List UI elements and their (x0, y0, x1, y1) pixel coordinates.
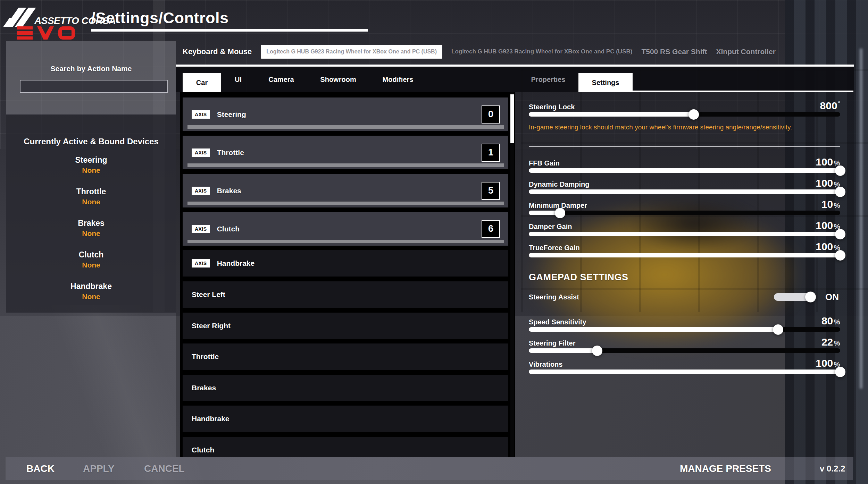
action-row-handbrake[interactable]: AXIS Handbrake (183, 250, 508, 277)
device-tab-keyboard-mouse[interactable]: Keyboard & Mouse (183, 47, 252, 56)
title-underline (91, 29, 368, 32)
binding-slot-button[interactable]: 0 (482, 105, 500, 124)
binding-device-steering: None (6, 166, 176, 175)
slider-fill (529, 189, 840, 194)
action-name: Clutch (192, 446, 214, 454)
tab-modifiers[interactable]: Modifiers (383, 67, 414, 92)
manage-presets-button[interactable]: MANAGE PRESETS (680, 463, 771, 474)
axis-input-meter (187, 240, 504, 243)
device-tab-wheel-selected[interactable]: Logitech G HUB G923 Racing Wheel for XBo… (261, 45, 442, 59)
back-button[interactable]: BACK (26, 463, 55, 474)
axis-input-meter (187, 125, 504, 129)
brand-evo-logo (17, 26, 75, 40)
action-row-brakes-digital[interactable]: Brakes (183, 375, 508, 401)
binding-slot-button[interactable]: 6 (482, 220, 500, 238)
toggle-thumb[interactable] (805, 292, 816, 303)
action-row-clutch[interactable]: AXIS Clutch 6 (183, 212, 508, 246)
search-input[interactable] (20, 80, 168, 93)
slider-track[interactable] (529, 232, 840, 236)
slider-track[interactable] (529, 112, 840, 117)
action-row-steer-right[interactable]: Steer Right (183, 313, 508, 339)
slider-track[interactable] (529, 168, 840, 173)
slider-thumb[interactable] (688, 109, 699, 120)
gamepad-settings-title: GAMEPAD SETTINGS (529, 272, 628, 283)
axis-badge: AXIS (192, 187, 210, 195)
tab-properties[interactable]: Properties (531, 67, 566, 92)
slider-value: 100% (816, 220, 840, 231)
cancel-button[interactable]: CANCEL (144, 463, 185, 474)
slider-thumb[interactable] (835, 250, 845, 261)
slider-label: Steering Lock (529, 103, 575, 111)
assetto-corsa-slashes-icon (6, 8, 24, 28)
slider-track[interactable] (529, 370, 840, 374)
steering-assist-toggle[interactable] (774, 293, 815, 301)
action-name: Throttle (217, 148, 244, 157)
tab-ui[interactable]: UI (235, 67, 242, 92)
action-row-steering[interactable]: AXIS Steering 0 (183, 97, 508, 131)
axis-input-meter (187, 163, 504, 167)
slider-label: Dynamic Damping (529, 180, 589, 188)
slider-track[interactable] (529, 211, 840, 215)
action-name: Steer Right (192, 322, 231, 330)
binding-slot-button[interactable]: 1 (482, 144, 500, 162)
device-tab-wheel-2[interactable]: Logitech G HUB G923 Racing Wheel for XBo… (451, 48, 632, 55)
action-row-steer-left[interactable]: Steer Left (183, 281, 508, 308)
binding-device-handbrake: None (6, 292, 176, 301)
tab-showroom[interactable]: Showroom (320, 67, 356, 92)
slider-damper-gain: Damper Gain 100% (529, 216, 840, 236)
slider-fill (529, 168, 840, 173)
binding-slot-button[interactable]: 5 (482, 182, 500, 200)
slider-label: TrueForce Gain (529, 244, 580, 252)
action-row-throttle-digital[interactable]: Throttle (183, 343, 508, 370)
action-name: Brakes (192, 384, 216, 392)
slider-label: Vibrations (529, 360, 562, 368)
list-scrollbar[interactable] (510, 92, 514, 457)
section-divider (529, 146, 840, 147)
device-tab-gear-shift[interactable]: T500 RS Gear Shift (641, 48, 707, 56)
slider-steering-lock: Steering Lock 800° (529, 96, 840, 117)
slider-label: Damper Gain (529, 223, 572, 231)
steering-assist-row: Steering Assist ON (529, 291, 840, 303)
search-label: Search by Action Name (6, 65, 176, 73)
binding-action-handbrake: Handbrake (6, 282, 176, 291)
toggle-state: ON (825, 292, 839, 303)
action-name: Steer Left (192, 290, 225, 299)
action-row-clutch-digital[interactable]: Clutch (183, 437, 508, 457)
axis-badge: AXIS (192, 148, 210, 157)
slider-trueforce-gain: TrueForce Gain 100% (529, 237, 840, 257)
evo-letter-o (58, 26, 75, 40)
slider-label: Steering Filter (529, 339, 575, 347)
tab-camera[interactable]: Camera (268, 67, 294, 92)
action-row-throttle[interactable]: AXIS Throttle 1 (183, 136, 508, 169)
action-name: Steering (217, 110, 246, 119)
slider-fill (529, 253, 840, 257)
page-title: /Settings/Controls (91, 9, 229, 27)
binding-action-throttle: Throttle (6, 187, 176, 196)
slider-value: 100% (816, 358, 840, 368)
tab-car[interactable]: Car (183, 73, 221, 92)
settings-controls-screen: ASSETTO CORSA /Settings/Controls Keyboar… (0, 0, 868, 484)
action-name: Throttle (192, 353, 219, 361)
tab-settings[interactable]: Settings (578, 73, 633, 92)
list-scrollbar-thumb[interactable] (510, 94, 514, 143)
action-row-handbrake-digital[interactable]: Handbrake (183, 406, 508, 432)
unit-degrees: ° (838, 101, 840, 107)
slider-vibrations: Vibrations 100% (529, 354, 840, 374)
device-tab-xinput[interactable]: XInput Controller (716, 48, 776, 56)
slider-track[interactable] (529, 348, 840, 353)
slider-track[interactable] (529, 327, 840, 332)
slider-thumb[interactable] (835, 367, 845, 377)
device-selector-bar: Keyboard & Mouse Logitech G HUB G923 Rac… (183, 44, 776, 60)
apply-button[interactable]: APPLY (83, 463, 115, 474)
slider-track[interactable] (529, 189, 840, 194)
slider-track[interactable] (529, 253, 840, 257)
action-row-brakes[interactable]: AXIS Brakes 5 (183, 174, 508, 207)
sidebar-bound-devices-panel: Currently Active & Bound Devices Steerin… (6, 114, 176, 313)
slider-value: 100% (816, 178, 840, 188)
slider-fill (529, 232, 840, 236)
bound-devices-title: Currently Active & Bound Devices (6, 137, 176, 146)
slider-label: FFB Gain (529, 159, 560, 167)
slider-fill (529, 348, 597, 353)
slider-value: 100% (816, 157, 840, 167)
action-name: Clutch (217, 225, 240, 233)
